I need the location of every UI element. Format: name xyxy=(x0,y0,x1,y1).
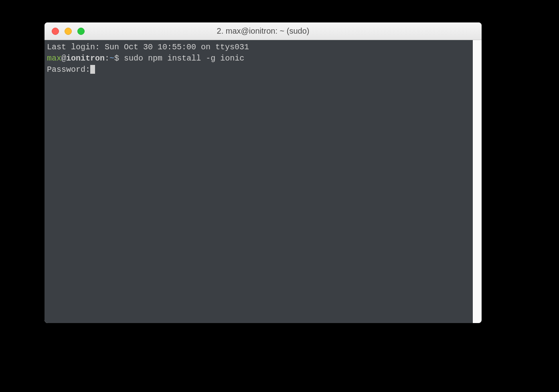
minimize-icon[interactable] xyxy=(65,28,72,35)
password-line: Password: xyxy=(47,64,470,75)
terminal-body: Last login: Sun Oct 30 10:55:00 on ttys0… xyxy=(45,40,482,323)
scrollbar[interactable] xyxy=(473,40,482,323)
titlebar[interactable]: 2. max@ionitron: ~ (sudo) xyxy=(45,22,482,40)
terminal-content[interactable]: Last login: Sun Oct 30 10:55:00 on ttys0… xyxy=(45,40,473,323)
prompt-host: ionitron xyxy=(66,54,105,63)
last-login-line: Last login: Sun Oct 30 10:55:00 on ttys0… xyxy=(47,42,470,53)
prompt-colon: : xyxy=(105,54,109,63)
prompt-path: ~ xyxy=(109,54,114,63)
password-label: Password: xyxy=(47,65,90,74)
prompt-line: max@ionitron:~$ sudo npm install -g ioni… xyxy=(47,53,470,64)
terminal-window: 2. max@ionitron: ~ (sudo) Last login: Su… xyxy=(45,22,482,323)
zoom-icon[interactable] xyxy=(77,28,85,35)
prompt-at: @ xyxy=(61,54,66,63)
prompt-symbol: $ xyxy=(114,54,119,63)
traffic-lights xyxy=(45,28,85,35)
window-title: 2. max@ionitron: ~ (sudo) xyxy=(45,26,482,36)
cursor-icon xyxy=(90,65,95,74)
close-icon[interactable] xyxy=(52,28,59,35)
prompt-user: max xyxy=(47,54,61,63)
command-text: sudo npm install -g ionic xyxy=(124,54,244,63)
